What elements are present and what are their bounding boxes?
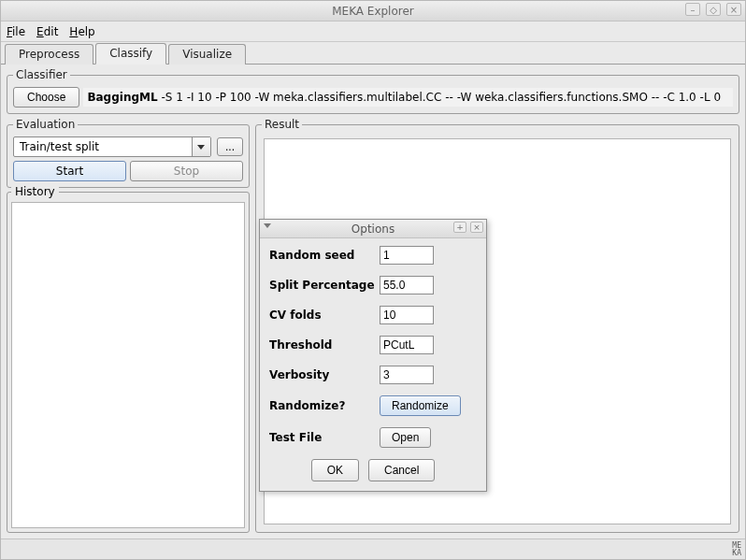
- window-title: MEKA Explorer: [332, 5, 414, 18]
- dialog-title: Options: [351, 223, 395, 236]
- meka-logo: ME KA: [732, 542, 741, 557]
- minimize-button[interactable]: –: [685, 3, 700, 16]
- evaluation-group: Evaluation Train/test split ... Start St…: [7, 118, 250, 188]
- cancel-button[interactable]: Cancel: [368, 459, 435, 481]
- dialog-body: Random seed Split Percentage CV folds Th…: [260, 238, 486, 491]
- dialog-close-button[interactable]: ×: [470, 222, 483, 233]
- threshold-label: Threshold: [269, 338, 380, 352]
- classifier-args: -S 1 -I 10 -P 100 -W meka.classifiers.mu…: [158, 91, 721, 104]
- classifier-string[interactable]: BaggingML -S 1 -I 10 -P 100 -W meka.clas…: [83, 88, 733, 107]
- open-test-file-button[interactable]: Open: [380, 427, 431, 448]
- start-button[interactable]: Start: [13, 161, 126, 181]
- titlebar: MEKA Explorer – ◇ ×: [1, 1, 745, 22]
- menu-file[interactable]: File: [7, 25, 25, 38]
- options-dialog: Options + × Random seed Split Percentage…: [259, 219, 487, 492]
- dialog-titlebar: Options + ×: [260, 220, 486, 238]
- choose-button[interactable]: Choose: [13, 87, 79, 108]
- tab-preprocess[interactable]: Preprocess: [5, 44, 93, 65]
- result-legend: Result: [262, 118, 302, 131]
- classifier-legend: Classifier: [13, 68, 70, 81]
- menubar: File Edit Help: [1, 22, 745, 42]
- ok-button[interactable]: OK: [311, 459, 359, 481]
- random-seed-input[interactable]: [380, 246, 434, 265]
- tabstrip: Preprocess Classify Visualize: [1, 42, 745, 65]
- chevron-down-icon: [197, 145, 205, 150]
- randomize-button[interactable]: Randomize: [380, 395, 461, 416]
- menu-edit[interactable]: Edit: [36, 25, 58, 38]
- tab-classify[interactable]: Classify: [95, 43, 166, 65]
- classifier-group: Classifier Choose BaggingML -S 1 -I 10 -…: [7, 68, 739, 114]
- split-percentage-label: Split Percentage: [269, 279, 380, 292]
- split-percentage-input[interactable]: [380, 276, 434, 294]
- verbosity-label: Verbosity: [269, 368, 380, 381]
- history-legend: History: [11, 185, 59, 198]
- content: Classifier Choose BaggingML -S 1 -I 10 -…: [1, 65, 745, 538]
- evaluation-mode-dropdown[interactable]: [192, 137, 210, 156]
- menu-help[interactable]: Help: [69, 25, 94, 38]
- window-controls: – ◇ ×: [685, 3, 741, 16]
- history-group: History: [7, 192, 250, 533]
- left-column: Evaluation Train/test split ... Start St…: [7, 118, 250, 533]
- cv-folds-input[interactable]: [380, 306, 434, 324]
- dialog-shade-button[interactable]: +: [453, 222, 466, 233]
- randomize-label: Randomize?: [269, 399, 380, 412]
- statusbar: ME KA: [1, 538, 745, 559]
- close-button[interactable]: ×: [726, 3, 741, 16]
- evaluation-mode-text: Train/test split: [14, 137, 192, 156]
- evaluation-legend: Evaluation: [13, 118, 78, 131]
- history-list[interactable]: [11, 202, 245, 528]
- evaluation-options-button[interactable]: ...: [217, 137, 243, 156]
- test-file-label: Test File: [269, 431, 380, 444]
- maximize-button[interactable]: ◇: [706, 3, 721, 16]
- main-window: MEKA Explorer – ◇ × File Edit Help Prepr…: [0, 0, 746, 560]
- dialog-menu-icon[interactable]: [264, 223, 271, 228]
- tab-visualize[interactable]: Visualize: [168, 44, 246, 65]
- random-seed-label: Random seed: [269, 249, 380, 262]
- evaluation-mode-combo[interactable]: Train/test split: [13, 136, 211, 157]
- threshold-input[interactable]: [380, 336, 434, 354]
- cv-folds-label: CV folds: [269, 309, 380, 322]
- classifier-name: BaggingML: [87, 91, 157, 104]
- verbosity-input[interactable]: [380, 366, 434, 384]
- stop-button[interactable]: Stop: [130, 161, 243, 181]
